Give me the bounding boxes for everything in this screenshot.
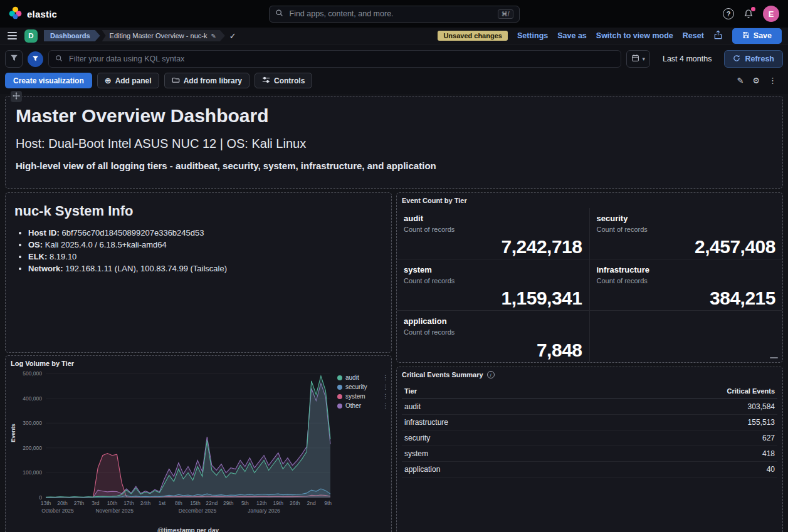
svg-text:17th: 17th <box>123 500 134 506</box>
user-avatar[interactable]: E <box>763 6 779 22</box>
save-button[interactable]: Save <box>732 28 782 44</box>
add-from-library-button[interactable]: Add from library <box>164 73 250 88</box>
breadcrumb-current[interactable]: Editing Master Overview - nuc-k ✎ <box>102 30 225 41</box>
metric-tile-infrastructure: infrastructure Count of records 384,215 <box>590 259 783 311</box>
controls-button[interactable]: Controls <box>255 73 312 88</box>
metric-tile-empty <box>590 311 783 362</box>
elastic-logo-icon <box>9 6 22 22</box>
legend-kebab-icon[interactable]: ⋮ <box>382 402 389 409</box>
list-item: Host ID: 6bf756c70d18450899207e336b245d5… <box>28 227 382 239</box>
save-icon <box>742 31 750 41</box>
x-axis-label: @timestamp per day <box>46 527 330 532</box>
unsaved-changes-badge: Unsaved changes <box>438 31 508 41</box>
legend-item-audit[interactable]: audit ⋮ <box>337 373 389 382</box>
share-icon[interactable] <box>713 30 723 42</box>
notifications-icon[interactable] <box>743 9 754 19</box>
panel-title[interactable]: Event Count by Tier <box>402 197 467 204</box>
svg-text:500,000: 500,000 <box>23 370 42 377</box>
legend-kebab-icon[interactable]: ⋮ <box>382 383 389 390</box>
refresh-button[interactable]: Refresh <box>724 50 783 68</box>
column-header-tier[interactable]: Tier <box>404 387 417 395</box>
svg-text:8th: 8th <box>175 500 182 506</box>
check-icon: ✓ <box>229 31 236 41</box>
add-panel-button[interactable]: ⊕ Add panel <box>97 73 159 88</box>
metric-value: 7,242,718 <box>502 236 582 258</box>
svg-text:15th: 15th <box>190 500 201 506</box>
table-row: system418 <box>402 446 777 462</box>
gear-icon[interactable]: ⚙ <box>752 76 760 85</box>
date-picker-button[interactable]: ▾ <box>626 50 650 68</box>
svg-text:19th: 19th <box>273 500 284 506</box>
drag-handle[interactable] <box>11 91 22 102</box>
metric-grid: audit Count of records 7,242,718 securit… <box>397 208 782 362</box>
resize-handle[interactable] <box>770 357 778 358</box>
create-visualization-button[interactable]: Create visualization <box>5 73 92 88</box>
breadcrumb: Dashboards Editing Master Overview - nuc… <box>44 30 236 41</box>
toolbar-right-icons: ✎ ⚙ ⋮ <box>737 76 783 85</box>
global-search[interactable]: ⌘/ <box>269 6 520 23</box>
table-row: audit303,584 <box>402 399 777 415</box>
legend-item-security[interactable]: security ⋮ <box>337 383 389 391</box>
svg-text:200,000: 200,000 <box>23 445 42 451</box>
metric-value: 1,159,341 <box>502 288 582 309</box>
legend-dot <box>337 385 342 390</box>
edit-title-pencil-icon[interactable]: ✎ <box>211 33 216 39</box>
legend-item-system[interactable]: system ⋮ <box>337 392 389 400</box>
menu-icon[interactable] <box>6 29 18 41</box>
table-header: Tier Critical Events <box>402 383 777 399</box>
column-header-critical-events[interactable]: Critical Events <box>727 387 775 395</box>
switch-view-mode-link[interactable]: Switch to view mode <box>596 31 673 40</box>
dashboard-subtitle: Host: Dual-Boot Intel ASUS NUC 12 | OS: … <box>16 137 772 151</box>
save-as-link[interactable]: Save as <box>557 31 587 40</box>
edit-toolbar: Create visualization ⊕ Add panel Add fro… <box>0 70 788 94</box>
list-item: ELK: 8.19.10 <box>28 251 382 263</box>
breadcrumb-dashboards[interactable]: Dashboards <box>44 30 100 41</box>
kebab-menu-icon[interactable]: ⋮ <box>769 76 777 85</box>
reset-link[interactable]: Reset <box>683 31 704 40</box>
space-avatar[interactable]: D <box>24 29 38 43</box>
svg-text:November 2025: November 2025 <box>95 508 134 514</box>
move-icon <box>13 91 20 102</box>
svg-text:26th: 26th <box>290 500 300 506</box>
svg-text:400,000: 400,000 <box>23 395 42 402</box>
kql-search-box[interactable] <box>48 50 621 68</box>
edit-pencil-icon[interactable]: ✎ <box>737 76 743 85</box>
sliders-icon <box>262 76 270 86</box>
plus-circle-icon: ⊕ <box>105 76 112 85</box>
filter-icon <box>10 53 18 65</box>
kql-input[interactable] <box>68 54 614 64</box>
panel-markdown-header: Master Overview Dashboard Host: Dual-Boo… <box>5 96 783 189</box>
system-info-list: Host ID: 6bf756c70d18450899207e336b245d5… <box>28 227 382 274</box>
settings-link[interactable]: Settings <box>517 31 548 40</box>
notification-dot <box>751 7 755 11</box>
metric-value: 384,215 <box>710 288 775 309</box>
dashboard-description: High-level view of all logging tiers - a… <box>16 160 772 171</box>
elastic-home-link[interactable]: elastic <box>9 6 57 22</box>
global-header: elastic ⌘/ ? E <box>0 0 788 28</box>
add-filter-button[interactable] <box>28 51 43 67</box>
panel-title[interactable]: Log Volume by Tier <box>11 360 74 367</box>
legend-kebab-icon[interactable]: ⋮ <box>382 393 389 400</box>
metric-tile-system: system Count of records 1,159,341 <box>397 259 590 311</box>
panel-system-info: nuc-k System Info Host ID: 6bf756c70d184… <box>5 192 392 353</box>
metric-tile-security: security Count of records 2,457,408 <box>590 208 783 259</box>
list-item: OS: Kali 2025.4.0 / 6.18.5+kali-amd64 <box>28 239 382 251</box>
legend-item-other[interactable]: Other ⋮ <box>337 402 389 410</box>
brand-name: elastic <box>27 9 57 19</box>
metric-tile-application: application Count of records 7,848 <box>397 311 590 362</box>
metric-value: 7,848 <box>537 340 582 361</box>
filter-menu-button[interactable] <box>5 50 23 68</box>
panel-title[interactable]: Critical Events Summary i <box>402 371 495 378</box>
svg-text:100,000: 100,000 <box>23 469 42 476</box>
panel-critical-events: Critical Events Summary i Tier Critical … <box>396 367 783 532</box>
svg-text:29th: 29th <box>223 500 234 506</box>
svg-text:3rd: 3rd <box>92 500 100 506</box>
help-icon[interactable]: ? <box>723 8 734 19</box>
time-range-button[interactable]: Last 4 months <box>655 55 720 63</box>
svg-text:13th: 13th <box>41 500 51 506</box>
global-search-input[interactable] <box>288 9 493 19</box>
legend-kebab-icon[interactable]: ⋮ <box>382 374 389 381</box>
query-bar: ▾ Last 4 months Refresh <box>0 44 788 70</box>
info-icon[interactable]: i <box>487 371 495 378</box>
add-filter-icon <box>32 55 39 64</box>
